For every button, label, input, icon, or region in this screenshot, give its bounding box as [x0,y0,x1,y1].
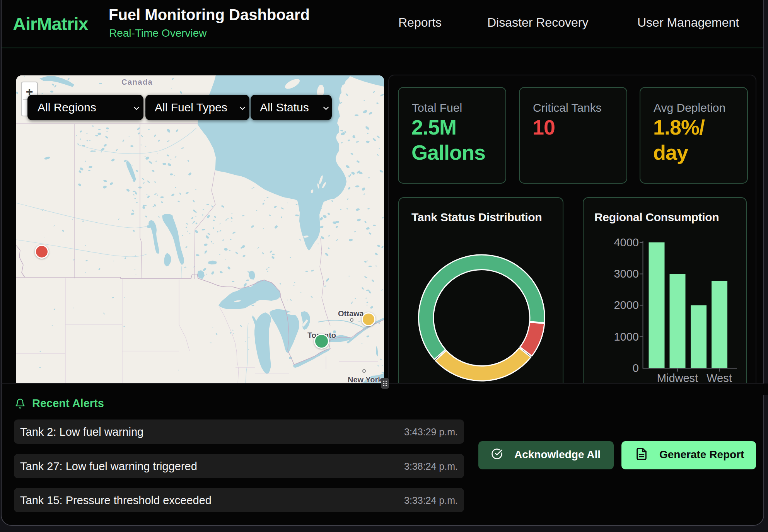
svg-text:3000: 3000 [614,268,639,280]
svg-text:West: West [707,372,732,384]
svg-text:2000: 2000 [614,299,639,311]
svg-text:Midwest: Midwest [657,372,698,384]
svg-text:1000: 1000 [614,331,639,343]
svg-text:0: 0 [633,362,639,374]
svg-text:4000: 4000 [614,236,639,249]
